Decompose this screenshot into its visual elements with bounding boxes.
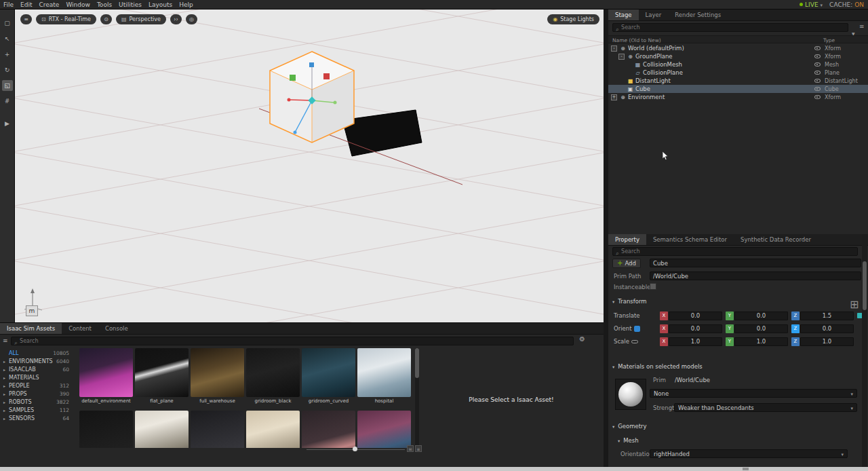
tool-button[interactable]: ◱ xyxy=(2,80,13,91)
assets-tab[interactable]: Console xyxy=(98,323,135,334)
visibility-eye-icon[interactable] xyxy=(814,54,821,58)
camera-selector[interactable]: Perspective xyxy=(116,14,166,24)
asset-thumbnail[interactable] xyxy=(246,411,300,448)
orientation-dropdown[interactable]: rightHanded xyxy=(650,449,848,458)
asset-item[interactable] xyxy=(357,411,411,448)
expander-toggle[interactable]: - xyxy=(618,54,625,60)
expander-toggle[interactable]: - xyxy=(611,45,617,52)
property-tab[interactable]: Synthetic Data Recorder xyxy=(734,234,818,245)
tree-row[interactable]: CollisionPlane Plane xyxy=(608,69,868,77)
menu-item[interactable]: Help xyxy=(176,1,197,8)
transform-options-icon[interactable] xyxy=(850,298,859,311)
browser-options-icon[interactable] xyxy=(3,337,8,344)
asset-item[interactable]: hospital xyxy=(357,348,411,404)
asset-thumbnail[interactable] xyxy=(135,348,189,397)
tree-row[interactable]: DistantLight DistantLight xyxy=(608,77,868,85)
visibility-eye-icon[interactable] xyxy=(814,87,821,91)
asset-item[interactable]: default_environment xyxy=(79,348,133,404)
tree-row[interactable]: Cube Cube xyxy=(608,85,868,93)
property-scrollbar[interactable] xyxy=(862,234,867,467)
y-value-input[interactable] xyxy=(734,324,788,333)
tree-row[interactable]: CollisionMesh Mesh xyxy=(608,60,868,69)
x-value-input[interactable] xyxy=(669,312,722,320)
z-value-input[interactable] xyxy=(800,312,854,320)
toolbar-expand-button[interactable] xyxy=(170,14,182,24)
stage-tab[interactable]: Layer xyxy=(639,10,669,20)
stage-lights-button[interactable]: Stage Lights xyxy=(547,14,599,24)
materials-section-header[interactable]: Materials on selected models xyxy=(612,363,703,370)
asset-item[interactable] xyxy=(191,411,244,448)
z-value-input[interactable] xyxy=(800,324,854,333)
menu-item[interactable]: Layouts xyxy=(145,1,176,8)
property-tab[interactable]: Property xyxy=(608,234,646,245)
instanceable-checkbox[interactable] xyxy=(650,283,656,290)
visibility-eye-icon[interactable] xyxy=(814,62,821,67)
asset-category[interactable]: ▸ MATERIALS xyxy=(0,373,77,381)
list-view-button[interactable] xyxy=(415,445,422,452)
asset-category[interactable]: ▸ ROBOTS 3822 xyxy=(0,398,77,406)
asset-category[interactable]: ▸ SENSORS 64 xyxy=(0,414,77,422)
asset-thumbnail[interactable] xyxy=(302,348,355,397)
visibility-eye-icon[interactable] xyxy=(814,95,821,99)
camera-button[interactable] xyxy=(100,14,112,24)
x-value-input[interactable] xyxy=(669,337,722,346)
menu-item[interactable]: Create xyxy=(36,1,63,8)
mesh-section-header[interactable]: Mesh xyxy=(618,437,639,444)
orient-options-icon[interactable] xyxy=(634,326,640,332)
asset-item[interactable]: flat_plane xyxy=(135,348,189,404)
tool-button[interactable]: + xyxy=(2,49,13,60)
expander-toggle[interactable]: + xyxy=(611,94,617,100)
asset-thumbnail[interactable] xyxy=(246,348,300,397)
viewport-3d[interactable]: RTX - Real-Time Perspective Stage Lights… xyxy=(15,10,604,322)
tool-button[interactable]: ↖ xyxy=(2,33,13,44)
asset-category[interactable]: ▸ PEOPLE 312 xyxy=(0,381,77,390)
geometry-section-header[interactable]: Geometry xyxy=(612,423,647,430)
menu-item[interactable]: Window xyxy=(62,1,94,8)
prim-path-field[interactable] xyxy=(650,271,861,280)
prim-name-field[interactable] xyxy=(650,259,861,267)
property-tab[interactable]: Semantics Schema Editor xyxy=(646,234,734,245)
grid-view-button[interactable] xyxy=(407,445,414,452)
stage-tab[interactable]: Render Settings xyxy=(668,10,728,20)
y-value-input[interactable] xyxy=(734,312,788,320)
tool-button[interactable]: ↻ xyxy=(2,64,13,75)
tree-row[interactable]: + Environment Xform xyxy=(608,93,868,101)
renderer-selector[interactable]: RTX - Real-Time xyxy=(36,14,96,24)
asset-thumbnail[interactable] xyxy=(302,411,355,448)
asset-item[interactable]: gridroom_curved xyxy=(302,348,355,404)
material-preview[interactable] xyxy=(615,379,646,410)
asset-category[interactable]: ▸ PROPS 390 xyxy=(0,390,77,398)
assets-tab[interactable]: Isaac Sim Assets xyxy=(0,323,62,334)
menu-item[interactable]: Tools xyxy=(94,1,115,8)
name-column-header[interactable]: Name (Old to New) xyxy=(612,37,661,43)
visibility-eye-icon[interactable] xyxy=(814,71,821,75)
z-value-input[interactable] xyxy=(800,337,854,346)
render-settings-button[interactable] xyxy=(186,14,197,24)
menu-item[interactable]: Edit xyxy=(17,1,35,8)
asset-item[interactable] xyxy=(246,411,300,448)
visibility-eye-icon[interactable] xyxy=(814,46,821,50)
asset-grid-scrollbar[interactable] xyxy=(415,348,419,448)
asset-thumbnail[interactable] xyxy=(79,411,133,448)
strength-dropdown[interactable]: Weaker than Descendants xyxy=(674,403,857,412)
y-value-input[interactable] xyxy=(734,337,788,346)
tree-row[interactable]: - GroundPlane Xform xyxy=(608,52,868,60)
bottom-scrollbar-thumb[interactable] xyxy=(743,468,749,470)
menu-item[interactable]: File xyxy=(0,1,17,8)
asset-item[interactable] xyxy=(79,411,133,448)
asset-thumbnail[interactable] xyxy=(191,411,244,448)
asset-category[interactable]: ▸ SAMPLES 112 xyxy=(0,406,77,414)
menu-item[interactable]: Utilities xyxy=(115,1,145,8)
asset-item[interactable] xyxy=(302,411,355,448)
panel-splitter[interactable] xyxy=(604,10,608,467)
material-dropdown[interactable]: None xyxy=(650,389,857,398)
asset-item[interactable]: full_warehouse xyxy=(191,348,244,404)
scrollbar-thumb[interactable] xyxy=(863,261,867,310)
asset-item[interactable] xyxy=(135,411,189,448)
tool-button[interactable]: # xyxy=(2,96,13,107)
asset-thumbnail[interactable] xyxy=(135,411,189,448)
type-column-header[interactable]: Type xyxy=(823,37,835,43)
viewport-menu-button[interactable] xyxy=(20,14,32,24)
stage-tab[interactable]: Stage xyxy=(608,10,639,20)
asset-item[interactable]: gridroom_black xyxy=(246,348,300,404)
